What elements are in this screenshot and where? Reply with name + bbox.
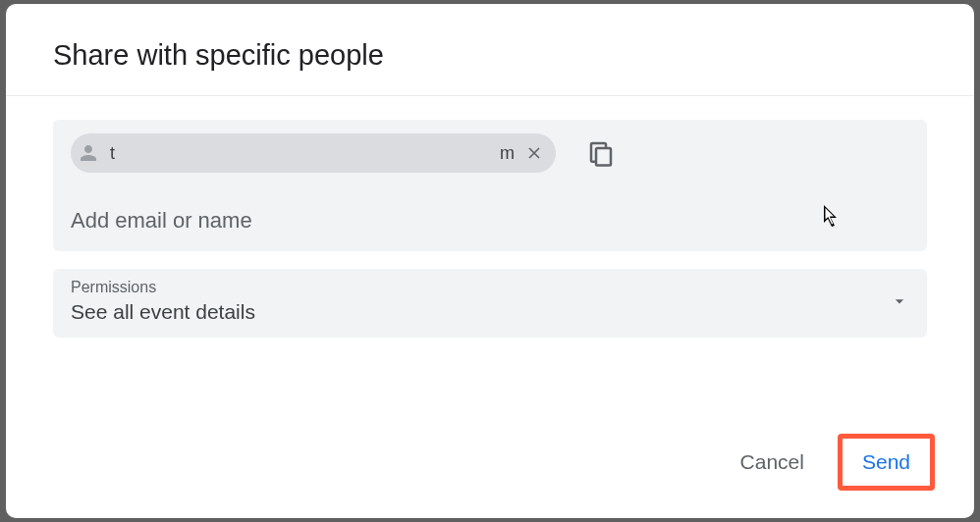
send-button[interactable]: Send — [850, 443, 922, 482]
dialog-footer: Cancel Send — [729, 434, 935, 491]
dialog-header: Share with specific people — [6, 4, 974, 96]
permissions-label: Permissions — [71, 279, 890, 296]
permissions-value: See all event details — [71, 300, 890, 324]
permissions-select[interactable]: Permissions See all event details — [53, 269, 927, 338]
dropdown-caret-icon — [890, 291, 909, 311]
svg-rect-0 — [596, 148, 611, 166]
add-email-input[interactable] — [71, 208, 909, 234]
share-dialog: Share with specific people t m — [6, 4, 974, 518]
chip-text-left: t — [110, 143, 115, 164]
chip-row: t m — [71, 133, 909, 173]
permissions-text: Permissions See all event details — [71, 279, 890, 324]
copy-button[interactable] — [585, 137, 617, 169]
cancel-button[interactable]: Cancel — [729, 443, 816, 482]
dialog-title: Share with specific people — [53, 39, 927, 72]
send-highlight: Send — [838, 434, 935, 491]
person-chip[interactable]: t m — [71, 133, 556, 173]
person-avatar-icon — [75, 139, 102, 167]
close-icon — [524, 143, 544, 163]
add-people-panel: t m — [53, 120, 927, 251]
remove-chip-button[interactable] — [522, 141, 546, 165]
dialog-body: t m Permissions — [6, 96, 974, 338]
chip-text: t m — [102, 143, 522, 164]
chip-text-right: m — [500, 143, 515, 164]
copy-icon — [586, 138, 616, 168]
